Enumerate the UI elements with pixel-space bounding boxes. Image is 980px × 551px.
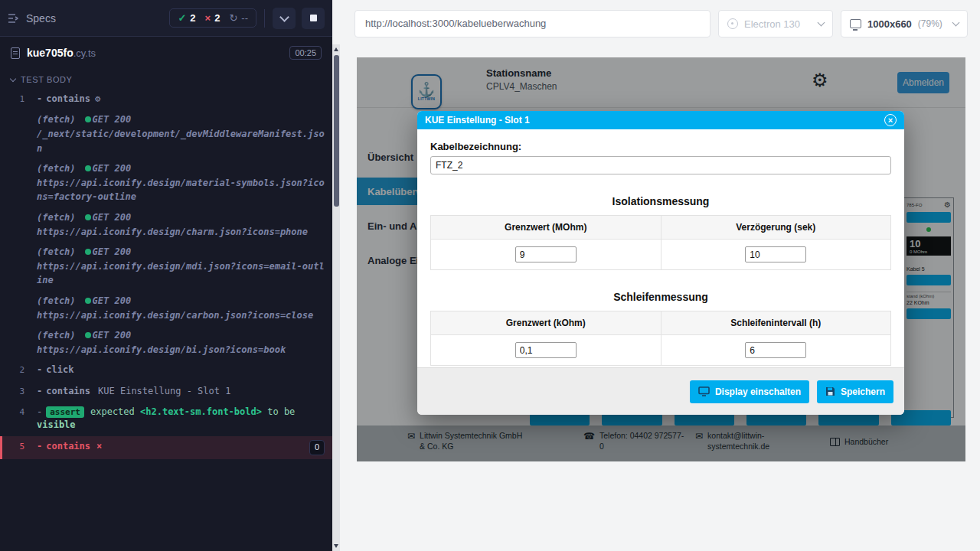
loop-table: Grenzwert (kOhm) Schleifenintervall (h) (430, 311, 891, 366)
cable-name-label: Kabelbezeichnung: (430, 141, 891, 152)
fetch-label: (fetch) (37, 114, 76, 125)
display-on-button[interactable]: Display einschalten (690, 380, 809, 403)
modal-header: KUE Einstellung - Slot 1 × (417, 111, 904, 129)
fetch-status: GET 200 (93, 163, 132, 174)
status-ok-dot (85, 116, 91, 122)
log-row-assert[interactable]: 4 assertexpected <h2.text-sm.font-bold> … (0, 402, 332, 436)
viewport-icon (850, 19, 861, 28)
close-icon[interactable]: × (884, 114, 897, 126)
fetch-url: https://api.iconify.design/bi.json?icons… (37, 343, 328, 357)
status-ok-dot (85, 298, 91, 304)
test-body-toggle[interactable]: TEST BODY (0, 69, 332, 89)
isolation-grenzwert-input[interactable] (515, 246, 577, 262)
isolation-verzoegerung-input[interactable] (745, 246, 806, 262)
test-body-label: TEST BODY (21, 75, 73, 84)
log-row-contains-1[interactable]: 1 contains⚙ (0, 89, 332, 109)
line-number: 4 (0, 406, 37, 432)
browser-select[interactable]: Electron 130 (718, 10, 833, 37)
stat-failed: ×2 (205, 12, 220, 24)
status-ok-dot (85, 165, 91, 171)
test-stats[interactable]: ✓2 ×2 ↻-- (169, 8, 256, 28)
line-number: 3 (0, 385, 37, 398)
command-name: contains (37, 441, 90, 452)
chevron-down-icon (818, 19, 825, 27)
fetch-url: https://api.iconify.design/carbon.json?i… (37, 308, 328, 323)
line-number: 5 (2, 440, 37, 455)
log-row-fetch[interactable]: (fetch)GET 200https://api.iconify.design… (0, 242, 332, 291)
status-ok-dot (85, 332, 91, 338)
scrollbar-thumb[interactable] (334, 55, 339, 207)
save-button[interactable]: Speichern (817, 380, 893, 403)
assert-badge: assert (46, 406, 84, 418)
scroll-down-arrow[interactable] (334, 544, 338, 548)
spec-name-base: kue705fo (27, 47, 74, 59)
modal-title: KUE Einstellung - Slot 1 (425, 115, 530, 126)
fetch-status: GET 200 (93, 212, 132, 223)
assert-selector: <h2.text-sm.font-bold> (140, 406, 262, 417)
log-row-contains-3[interactable]: 3 containsKUE Einstellung - Slot 1 (0, 381, 332, 402)
check-icon: ✓ (178, 12, 186, 24)
x-icon: × (205, 12, 211, 24)
browser-name: Electron 130 (744, 18, 800, 30)
chevron-down-icon (10, 75, 16, 81)
collapse-button[interactable] (273, 8, 296, 29)
electron-icon (727, 18, 738, 29)
refresh-icon: ↻ (229, 12, 237, 24)
viewport-select[interactable]: 1000x660 (79%) (841, 10, 968, 37)
app-under-test: ⚓ LITTWIN Stationsname CPLV4_Maschen ⚙ A… (357, 57, 965, 461)
command-name: click (37, 364, 74, 375)
stat-pending: ↻-- (229, 12, 248, 24)
stop-button[interactable] (302, 8, 325, 29)
assert-text: expected (90, 406, 135, 417)
aut-stage: http://localhost:3000/kabelueberwachung … (340, 0, 980, 551)
spec-name[interactable]: kue705fo.cy.ts (27, 47, 96, 59)
fetch-label: (fetch) (37, 212, 76, 223)
log-row-click[interactable]: 2 click (0, 360, 332, 380)
loop-section-title: Schleifenmessung (430, 291, 891, 303)
fetch-status: GET 200 (93, 246, 132, 257)
fetch-status: GET 200 (93, 330, 132, 341)
command-name: contains (37, 93, 90, 104)
log-row-fetch[interactable]: (fetch)GET 200https://api.iconify.design… (0, 207, 332, 242)
line-number: 2 (0, 364, 37, 377)
cable-name-input[interactable] (430, 156, 891, 174)
failed-count: 2 (214, 12, 220, 24)
fail-x-icon: × (96, 441, 102, 452)
fetch-status: GET 200 (93, 295, 132, 306)
pending-count: -- (241, 12, 248, 24)
fetch-url: https://api.iconify.design/material-symb… (37, 176, 328, 204)
stat-passed: ✓2 (178, 12, 195, 24)
spec-header: kue705fo.cy.ts 00:25 (0, 37, 332, 69)
fetch-label: (fetch) (37, 295, 76, 306)
fetch-label: (fetch) (37, 163, 76, 174)
log-row-fetch[interactable]: (fetch)GET 200https://api.iconify.design… (0, 291, 332, 325)
fetch-url: https://api.iconify.design/mdi.json?icon… (37, 259, 328, 288)
scroll-up-arrow[interactable] (334, 47, 338, 51)
isolation-table: Grenzwert (MOhm) Verzögerung (sek) (430, 215, 891, 270)
command-name: contains (37, 386, 90, 396)
isolation-col-grenzwert: Grenzwert (MOhm) (431, 216, 662, 240)
specs-label: Specs (26, 12, 56, 24)
toolbar-divider (264, 9, 265, 28)
viewport-size: 1000x660 (867, 18, 912, 30)
loop-grenzwert-input[interactable] (515, 342, 577, 358)
command-arg: KUE Einstellung - Slot 1 (98, 386, 230, 396)
status-ok-dot (85, 214, 91, 220)
log-row-fetch[interactable]: (fetch)GET 200https://api.iconify.design… (0, 325, 332, 360)
specs-button[interactable]: Specs (8, 12, 56, 24)
url-input[interactable]: http://localhost:3000/kabelueberwachung (354, 10, 710, 37)
loop-col-intervall: Schleifenintervall (h) (661, 311, 891, 335)
log-row-fetch[interactable]: (fetch)GET 200/_next/static/development/… (0, 109, 332, 158)
fetch-label: (fetch) (37, 246, 76, 257)
log-row-fetch[interactable]: (fetch)GET 200https://api.iconify.design… (0, 158, 332, 207)
status-ok-dot (85, 249, 91, 255)
reporter-scrollbar[interactable] (332, 44, 340, 551)
loop-intervall-input[interactable] (745, 342, 806, 358)
url-text: http://localhost:3000/kabelueberwachung (365, 18, 546, 29)
spec-file-icon (11, 47, 20, 59)
cypress-runner: Specs ✓2 ×2 ↻-- kue705fo.cy.ts 00:25 TES… (0, 0, 332, 551)
log-row-contains-failing[interactable]: 5 contains× 0 (0, 436, 332, 459)
isolation-section-title: Isolationsmessung (430, 195, 891, 207)
isolation-col-verzoegerung: Verzögerung (sek) (661, 216, 891, 240)
specs-menu-icon (8, 13, 20, 24)
